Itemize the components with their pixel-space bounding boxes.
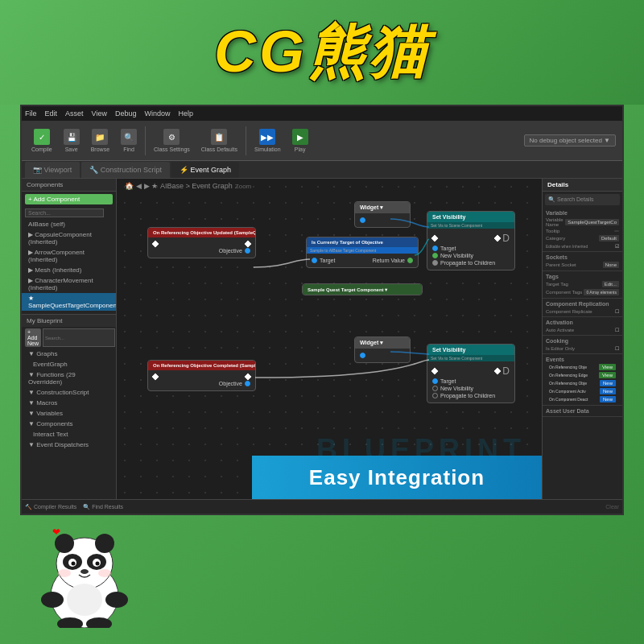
bp-variables[interactable]: ▼ Variables: [22, 408, 116, 419]
breadcrumb: 🏠 ◀ ▶ ★ AIBase > Event Graph Zoom: [125, 182, 251, 190]
compile-button[interactable]: ✓ Compile: [28, 127, 56, 154]
find-button[interactable]: 🔍 Find: [118, 127, 140, 154]
compile-results-tab[interactable]: 🔨 Compiler Results: [25, 504, 76, 510]
component-aibase[interactable]: AIBase (self): [22, 219, 116, 229]
menu-asset[interactable]: Asset: [65, 109, 84, 118]
bp-event-dispatchers[interactable]: ▼ Event Dispatchers: [22, 440, 116, 450]
add-new-button[interactable]: + Add New: [25, 328, 41, 347]
outer-background: CG熊猫 File Edit Asset View Debug Window H…: [0, 0, 644, 644]
variable-section: Variable Variable Name SampleQuestTarget…: [543, 208, 622, 252]
asset-user-data-section: Asset User Data: [543, 406, 622, 417]
ue4-editor: File Edit Asset View Debug Window Help ✓…: [22, 106, 622, 514]
zoom-label: Zoom: [235, 183, 251, 190]
toolbar-sep-2: [246, 126, 246, 155]
events-section: Events On Referencing Obje View On Refer…: [543, 354, 622, 406]
tab-bar: 📷 Viewport 🔧 Construction Script ⚡ Event…: [22, 161, 622, 179]
node-set-visibility-bottom[interactable]: Set Visibility Set Vis to Scene Componen…: [427, 344, 515, 403]
bp-interact-text[interactable]: Interact Text: [22, 429, 116, 440]
toolbar-sep-1: [145, 126, 146, 155]
panda-container: ❤: [28, 523, 157, 628]
browse-button[interactable]: 📁 Browse: [88, 127, 113, 154]
component-character-movement[interactable]: ▶ CharacterMovement (Inherited): [22, 275, 116, 293]
main-editor-area: File Edit Asset View Debug Window Help ✓…: [20, 105, 624, 515]
node-is-target[interactable]: Is Currently Target of Objective Sample …: [306, 237, 419, 268]
tab-event-graph[interactable]: ⚡ Event Graph: [171, 162, 239, 178]
event-new-btn-1[interactable]: New: [600, 380, 616, 386]
toolbar: ✓ Compile 💾 Save 📁 Browse 🔍 Find ⚙: [22, 121, 622, 161]
find-icon: 🔍: [121, 129, 137, 145]
easy-integration-text: Easy Integration: [309, 465, 485, 490]
svg-point-11: [80, 569, 89, 574]
component-search[interactable]: [25, 208, 104, 217]
clear-btn[interactable]: Clear: [605, 504, 619, 510]
simulation-button[interactable]: ▶▶ Simulation: [251, 127, 284, 154]
left-panel: Components + Add Component AIBase (self)…: [22, 179, 117, 499]
tab-construction[interactable]: 🔧 Construction Script: [81, 162, 170, 178]
menu-help[interactable]: Help: [178, 109, 193, 118]
svg-point-3: [55, 534, 74, 553]
blueprint-watermark: BLUEPRINT: [316, 433, 526, 467]
event-view-btn-1[interactable]: View: [599, 364, 616, 370]
component-sample-quest[interactable]: ★ SampleQuestTargetComponent: [22, 293, 116, 311]
menu-debug[interactable]: Debug: [115, 109, 137, 118]
menu-file[interactable]: File: [25, 109, 37, 118]
browse-icon: 📁: [92, 129, 108, 145]
panda-mascot: ❤: [28, 523, 141, 628]
node-widget-bottom[interactable]: Widget ▾: [354, 336, 411, 363]
blueprint-search[interactable]: [43, 328, 115, 347]
component-arrow[interactable]: ▶ ArrowComponent (Inherited): [22, 247, 116, 265]
breadcrumb-text: AIBase > Event Graph: [160, 182, 233, 190]
node-widget-top[interactable]: Widget ▾: [354, 201, 411, 228]
compile-icon: ✓: [34, 129, 50, 145]
node-sample-quest-component[interactable]: Sample Quest Target Component ▾: [302, 283, 423, 295]
tags-section: Tags Target Tag Edit... Component Tags 0…: [543, 271, 622, 299]
tab-viewport[interactable]: 📷 Viewport: [25, 162, 80, 178]
svg-point-13: [98, 569, 111, 577]
play-button[interactable]: ▶ Play: [289, 127, 312, 154]
bp-components[interactable]: ▼ Components: [22, 419, 116, 429]
event-new-btn-3[interactable]: New: [600, 396, 616, 402]
svg-point-4: [95, 534, 114, 553]
bottom-section: ❤: [20, 515, 624, 636]
cooking-section: Cooking Is Editor Only ☐: [543, 336, 622, 354]
simulation-icon: ▶▶: [259, 129, 275, 145]
find-results-tab[interactable]: 🔍 Find Results: [83, 504, 123, 510]
component-mesh[interactable]: ▶ Mesh (Inherited): [22, 265, 116, 275]
banner-title: CG熊猫: [214, 14, 430, 91]
activation-section: Activation Auto Activate ☐: [543, 317, 622, 336]
debug-selector-text: No debug object selected ▼: [530, 137, 610, 144]
menu-window[interactable]: Window: [144, 109, 170, 118]
menu-bar: File Edit Asset View Debug Window Help: [22, 106, 622, 121]
bp-macros[interactable]: ▼ Macros: [22, 398, 116, 408]
node-event-completed[interactable]: On Referencing Objective Completed (Samp…: [147, 360, 256, 391]
bp-construction[interactable]: ▼ ConstructionScript: [22, 387, 116, 398]
bp-graphs[interactable]: ▼ Graphs: [22, 349, 116, 359]
node-event-updated[interactable]: On Referencing Objective Updated (Sample…: [147, 227, 256, 258]
node-set-visibility-top[interactable]: Set Visibility Set Vis to Scene Componen…: [427, 211, 515, 270]
class-settings-button[interactable]: ⚙ Class Settings: [151, 127, 193, 154]
event-new-btn-2[interactable]: New: [600, 388, 616, 394]
replication-section: Component Replication Component Replicat…: [543, 299, 622, 317]
menu-edit[interactable]: Edit: [45, 109, 58, 118]
debug-selector[interactable]: No debug object selected ▼: [524, 134, 616, 147]
svg-point-9: [72, 562, 76, 566]
add-component-button[interactable]: + Add Component: [25, 194, 113, 204]
class-defaults-button[interactable]: 📋 Class Defaults: [198, 127, 241, 154]
details-header: Details: [543, 179, 622, 192]
class-settings-icon: ⚙: [163, 129, 180, 145]
svg-point-14: [41, 592, 64, 608]
top-banner: CG熊猫: [0, 0, 644, 105]
blueprint-canvas[interactable]: 🏠 ◀ ▶ ★ AIBase > Event Graph Zoom: [117, 179, 542, 499]
editor-main: Components + Add Component AIBase (self)…: [22, 179, 622, 499]
right-panel: Details 🔍 Search Details Variable Variab…: [542, 179, 622, 499]
menu-view[interactable]: View: [92, 109, 107, 118]
event-view-btn-2[interactable]: View: [599, 372, 616, 378]
bp-event-graph[interactable]: EventGraph: [22, 359, 116, 369]
details-search[interactable]: 🔍 Search Details: [545, 194, 620, 205]
bp-functions[interactable]: ▼ Functions (29 Overridden): [22, 369, 116, 387]
component-capsule[interactable]: ▶ CapsuleComponent (Inherited): [22, 229, 116, 247]
save-button[interactable]: 💾 Save: [60, 127, 83, 154]
my-blueprint-header: My Blueprint: [22, 315, 116, 327]
bottom-panel: 🔨 Compiler Results 🔍 Find Results Clear: [22, 499, 622, 514]
components-header: Components: [22, 179, 116, 192]
